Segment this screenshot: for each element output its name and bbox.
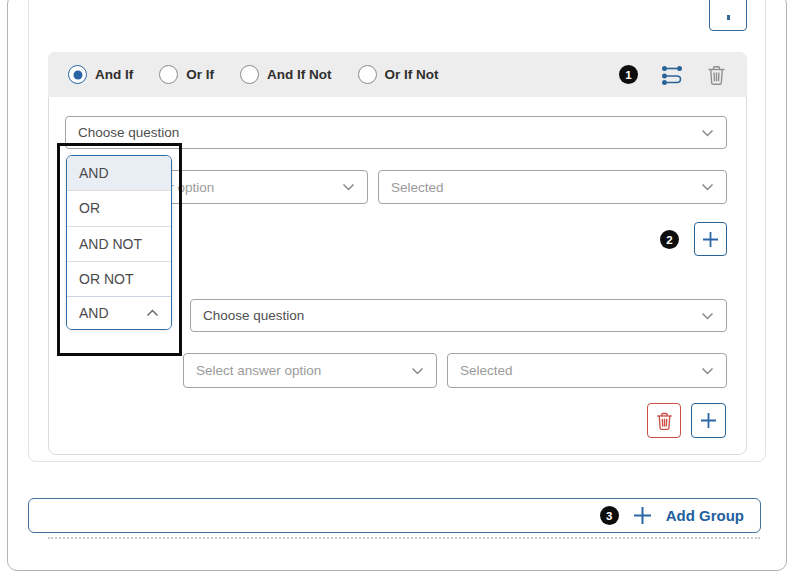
logic-flow-icon[interactable] — [660, 63, 684, 86]
radio-label: Or If Not — [385, 67, 439, 82]
add-group-button[interactable]: 3 Add Group — [28, 498, 761, 533]
chevron-down-icon — [701, 183, 714, 191]
chevron-up-icon — [146, 309, 159, 317]
conjunction-option-or[interactable]: OR — [67, 190, 171, 225]
radio-and-if[interactable]: And If — [68, 65, 133, 84]
question-select-1[interactable]: Choose question — [65, 116, 727, 149]
trash-icon — [655, 411, 674, 431]
chevron-down-icon — [411, 367, 424, 375]
radio-or-if[interactable]: Or If — [159, 65, 214, 84]
radio-icon[interactable] — [159, 65, 178, 84]
answer-select-row2[interactable]: Select answer option — [183, 353, 437, 388]
question-select-1-value: Choose question — [78, 125, 179, 140]
radio-or-if-not[interactable]: Or If Not — [358, 65, 439, 84]
logic-builder-screen: And If Or If And If Not Or If Not 1 — [0, 0, 795, 579]
answer-select-row2-placeholder: Select answer option — [196, 363, 321, 378]
question-select-2[interactable]: Choose question — [190, 299, 727, 332]
conjunction-dropdown-open: AND OR AND NOT OR NOT AND — [66, 155, 172, 330]
conjunction-select-value: AND — [79, 305, 109, 321]
add-condition-button-2[interactable] — [691, 403, 726, 438]
plus-icon — [727, 15, 730, 20]
delete-condition-button[interactable] — [647, 403, 681, 438]
conjunction-select-trigger[interactable]: AND — [67, 296, 171, 329]
radio-icon[interactable] — [240, 65, 259, 84]
delete-group-trash-icon[interactable] — [706, 64, 727, 86]
chevron-down-icon — [701, 129, 714, 137]
state-select-row2[interactable]: Selected — [447, 353, 727, 388]
radio-icon[interactable] — [358, 65, 377, 84]
annotation-badge-2: 2 — [660, 230, 679, 249]
divider-dotted-line — [48, 537, 760, 539]
radio-selected-icon[interactable] — [68, 65, 87, 84]
radio-and-if-not[interactable]: And If Not — [240, 65, 331, 84]
plus-icon — [633, 506, 652, 525]
add-condition-button-partial[interactable] — [709, 0, 747, 31]
radio-label: And If — [95, 67, 133, 82]
state-select-row2-placeholder: Selected — [460, 363, 513, 378]
radio-label: Or If — [186, 67, 214, 82]
annotation-badge-1: 1 — [619, 65, 638, 84]
condition-type-bar: And If Or If And If Not Or If Not 1 — [48, 52, 747, 97]
plus-icon — [700, 412, 717, 429]
state-select-row1[interactable]: Selected — [378, 170, 727, 204]
conjunction-option-and[interactable]: AND — [67, 156, 171, 190]
add-group-label: Add Group — [666, 507, 744, 524]
annotation-badge-3: 3 — [600, 506, 619, 525]
chevron-down-icon — [701, 367, 714, 375]
chevron-down-icon — [342, 183, 355, 191]
conjunction-option-or-not[interactable]: OR NOT — [67, 261, 171, 296]
question-select-2-value: Choose question — [203, 308, 304, 323]
state-select-row1-placeholder: Selected — [391, 180, 444, 195]
conjunction-option-and-not[interactable]: AND NOT — [67, 226, 171, 261]
chevron-down-icon — [701, 312, 714, 320]
condition-type-radio-group: And If Or If And If Not Or If Not — [68, 65, 439, 84]
add-condition-button-1[interactable] — [694, 222, 727, 256]
radio-label: And If Not — [267, 67, 331, 82]
plus-icon — [702, 231, 719, 248]
